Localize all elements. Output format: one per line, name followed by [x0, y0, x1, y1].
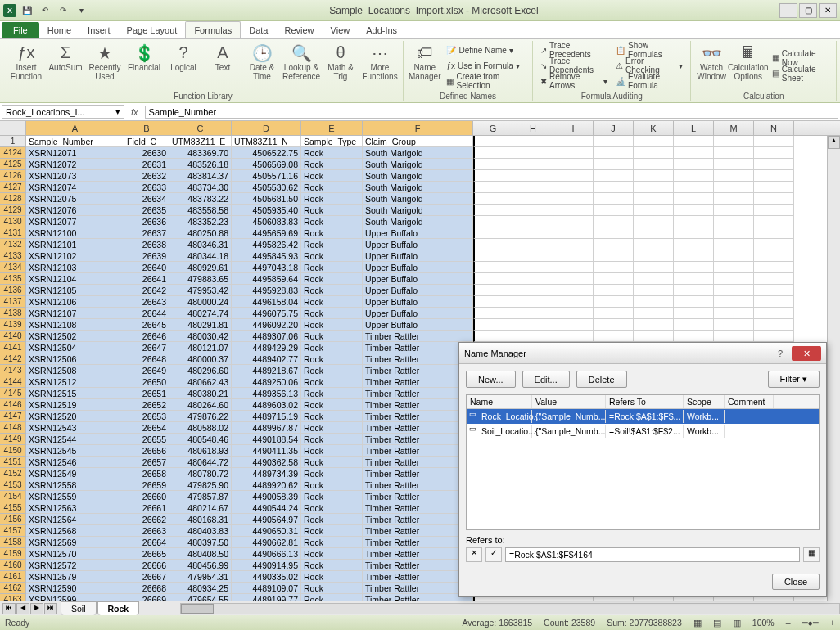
cell[interactable]: [553, 319, 594, 331]
cell[interactable]: XSRN12104: [26, 273, 124, 285]
cell[interactable]: [513, 285, 553, 296]
cell[interactable]: Sample_Type: [301, 136, 363, 147]
cell[interactable]: 480030.42: [169, 331, 232, 342]
cell[interactable]: [634, 170, 674, 182]
cell[interactable]: 26662: [124, 514, 169, 525]
cell[interactable]: 4490650.31: [232, 525, 301, 537]
cell[interactable]: Rock: [301, 193, 363, 205]
tab-page-layout[interactable]: Page Layout: [119, 22, 186, 38]
cell[interactable]: [714, 296, 754, 308]
row-header[interactable]: 4136: [0, 285, 26, 296]
cell[interactable]: [634, 273, 674, 285]
cell[interactable]: Timber Rattler: [363, 594, 473, 601]
cell[interactable]: 4490411.35: [232, 445, 301, 457]
cell[interactable]: XSRN12077: [26, 216, 124, 227]
cell[interactable]: 4490564.97: [232, 514, 301, 525]
cell[interactable]: 4489250.06: [232, 376, 301, 388]
cell[interactable]: [634, 285, 674, 296]
cell[interactable]: Rock: [301, 365, 363, 376]
math-button[interactable]: θMath & Trig: [323, 42, 359, 89]
row-header[interactable]: 4130: [0, 216, 26, 227]
cell[interactable]: 4496158.04: [232, 296, 301, 308]
cell[interactable]: XSRN12570: [26, 548, 124, 560]
filter-button[interactable]: Filter ▾: [768, 371, 820, 388]
cell[interactable]: XSRN12545: [26, 445, 124, 457]
cell[interactable]: Rock: [301, 502, 363, 514]
cell[interactable]: [473, 136, 513, 147]
row-header[interactable]: 4133: [0, 250, 26, 262]
cell[interactable]: XSRN12543: [26, 422, 124, 434]
cell[interactable]: XSRN12102: [26, 250, 124, 262]
cell[interactable]: XSRN12546: [26, 457, 124, 468]
cell[interactable]: South Marigold: [363, 182, 473, 193]
cell[interactable]: Rock: [301, 353, 363, 365]
cell[interactable]: 26657: [124, 457, 169, 468]
show-formulas-button[interactable]: 📋Show Formulas: [613, 43, 685, 57]
cell[interactable]: XSRN12590: [26, 583, 124, 594]
zoom-in-icon[interactable]: +: [830, 618, 835, 628]
col-header-C[interactable]: C: [169, 121, 232, 135]
cell[interactable]: [674, 308, 714, 319]
sheet-tab-rock[interactable]: Rock: [97, 601, 140, 615]
cell[interactable]: Rock: [301, 548, 363, 560]
cell[interactable]: 4496075.75: [232, 308, 301, 319]
cell[interactable]: [553, 250, 594, 262]
cell[interactable]: Upper Buffalo: [363, 227, 473, 239]
cell[interactable]: Rock: [301, 182, 363, 193]
cell[interactable]: Timber Rattler: [363, 457, 473, 468]
dialog-close-button[interactable]: ✕: [792, 346, 821, 361]
row-header[interactable]: 4160: [0, 560, 26, 571]
cell[interactable]: [754, 227, 794, 239]
cell[interactable]: [594, 227, 634, 239]
col-header-I[interactable]: I: [553, 121, 594, 135]
sheet-nav-next[interactable]: ▶: [30, 603, 43, 614]
cell[interactable]: [594, 262, 634, 273]
cell[interactable]: [634, 216, 674, 227]
cell[interactable]: 4506083.83: [232, 216, 301, 227]
row-header[interactable]: 4152: [0, 468, 26, 479]
error-checking-button[interactable]: ⚠Error Checking ▾: [613, 58, 685, 73]
cell[interactable]: 480408.50: [169, 548, 232, 560]
cell[interactable]: [714, 205, 754, 216]
col-header-A[interactable]: A: [26, 121, 124, 135]
cell[interactable]: 26644: [124, 308, 169, 319]
cell[interactable]: 4489967.87: [232, 422, 301, 434]
cell[interactable]: 479825.90: [169, 479, 232, 491]
cell[interactable]: 4489307.06: [232, 331, 301, 342]
zoom-out-icon[interactable]: –: [786, 618, 791, 628]
cell[interactable]: [594, 147, 634, 159]
cell[interactable]: [553, 227, 594, 239]
cell[interactable]: [754, 136, 794, 147]
cell[interactable]: 480588.02: [169, 422, 232, 434]
cell[interactable]: [553, 205, 594, 216]
view-pagebreak-icon[interactable]: ▥: [733, 618, 741, 628]
cell[interactable]: [473, 227, 513, 239]
cell[interactable]: 26633: [124, 182, 169, 193]
cell[interactable]: 480618.93: [169, 445, 232, 457]
cell[interactable]: [553, 170, 594, 182]
cell[interactable]: Rock: [301, 468, 363, 479]
cell[interactable]: [674, 250, 714, 262]
cell[interactable]: 4490662.81: [232, 537, 301, 548]
cell[interactable]: 483814.37: [169, 170, 232, 182]
cell[interactable]: Timber Rattler: [363, 399, 473, 411]
cell[interactable]: Rock: [301, 159, 363, 170]
new-button[interactable]: New...: [466, 371, 516, 388]
cell[interactable]: XSRN12569: [26, 537, 124, 548]
cell[interactable]: Rock: [301, 479, 363, 491]
row-header[interactable]: 4144: [0, 376, 26, 388]
cell[interactable]: [594, 296, 634, 308]
cell[interactable]: [553, 262, 594, 273]
cell[interactable]: XSRN12073: [26, 170, 124, 182]
sheet-nav-last[interactable]: ⏭: [44, 603, 57, 614]
cell[interactable]: 4505681.50: [232, 193, 301, 205]
cell[interactable]: [634, 250, 674, 262]
cell[interactable]: XSRN12564: [26, 514, 124, 525]
edit-button[interactable]: Edit...: [522, 371, 570, 388]
cell[interactable]: Timber Rattler: [363, 537, 473, 548]
cell[interactable]: Rock: [301, 388, 363, 399]
cell[interactable]: [714, 170, 754, 182]
cell[interactable]: [473, 296, 513, 308]
cell[interactable]: 4490335.02: [232, 571, 301, 583]
cell[interactable]: [714, 331, 754, 342]
